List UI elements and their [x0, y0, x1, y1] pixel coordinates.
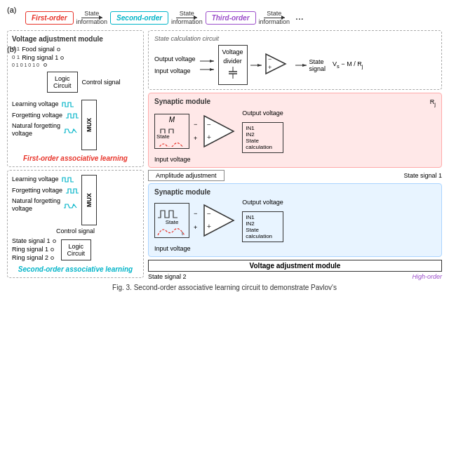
capacitor-symbol [226, 67, 240, 81]
food-bits: 0 1 [12, 46, 20, 52]
ring-bits: 0 1 [12, 55, 20, 60]
state-curve-2: t [156, 225, 187, 237]
voltage-labels: Output voltage Input voltage [154, 55, 196, 75]
learning-waveform [61, 100, 76, 108]
extra-bits: 0 1 0 1 0 1 0 [12, 62, 39, 67]
output-voltage: Output voltage [154, 55, 196, 64]
svg-marker-9 [257, 64, 262, 67]
forgetting-waveform [65, 111, 80, 119]
voltages-list-bottom: Learning voltage Forgetting voltage [12, 175, 80, 225]
logic-circuit-box-bottom: Logic Circuit [61, 239, 92, 260]
learning-voltage-row-2: Learning voltage [12, 175, 80, 183]
learning-voltage-label-2: Learning voltage [12, 176, 59, 183]
figure-caption: Fig. 3. Second-order associative learnin… [7, 283, 442, 293]
opamp-output-line [295, 63, 307, 67]
svg-marker-14 [302, 64, 307, 67]
svg-text:−: − [268, 55, 272, 62]
svg-text:−: − [207, 210, 211, 218]
vam-2-label: Voltage adjustment module [148, 260, 442, 272]
natural-forgetting-waveform-2 [62, 201, 78, 209]
divider-lines [200, 59, 214, 72]
state-calc-title: State calculation circuit [154, 35, 436, 42]
voltage-divider-label: Voltage [222, 48, 243, 57]
state-calc-label-2: Statecalculation [246, 227, 280, 239]
memristor-waveform-2 [156, 205, 187, 218]
forgetting-voltage-label: Forgetting voltage [12, 112, 62, 119]
formula-vs: Vs − [333, 60, 345, 67]
in1-label: IN1 [246, 125, 280, 131]
second-order-panel: Learning voltage Forgetting voltage [7, 170, 144, 278]
seq-text-3a: State [267, 10, 281, 18]
extra-bits-row: 0 1 0 1 0 1 0 [12, 62, 139, 67]
opamp-symbol: − + [264, 51, 293, 79]
syn-inner-1: M State t [154, 110, 436, 153]
state-label-2-wrap: State [166, 219, 179, 225]
voltage-adjustment-module-top: Voltage adjustment module 0 1 Food signa… [7, 30, 144, 167]
synaptic-title-1: Synaptic module [154, 98, 210, 105]
svg-marker-3 [210, 68, 214, 71]
extra-circle [43, 63, 47, 67]
opamp-large-2: − + [201, 202, 238, 239]
mux-box-bottom: MUX [81, 175, 97, 225]
natural-forgetting-waveform [62, 126, 78, 134]
bottom-signals: State signal 1 Ring signal 1 Ring signal… [12, 237, 139, 263]
synaptic-module-1: Synaptic module Rj M State [148, 93, 442, 168]
seq-arrow-1: State information [76, 10, 108, 26]
ring-signal-1-row: Ring signal 1 [12, 246, 58, 253]
state-signal-1-label: State signal 1 [403, 172, 442, 179]
mux-section-top: Learning voltage Forgetting voltage [12, 100, 139, 150]
in1-label-2: IN1 [246, 214, 280, 220]
memristor-box-2: State t [154, 203, 189, 238]
seq-second-order: Second-order [110, 11, 168, 25]
learning-voltage-row: Learning voltage [12, 100, 80, 108]
control-signal-label-top: Control signal [82, 79, 121, 86]
input-voltage: Input voltage [154, 67, 196, 76]
main-diagram: Voltage adjustment module 0 1 Food signa… [7, 30, 442, 280]
state-calc-small-2: IN1 IN2 Statecalculation [242, 211, 283, 242]
second-order-label: Second-order associative learning [12, 265, 139, 273]
state-label-2: State [166, 219, 179, 225]
seq-text-3b: information [259, 18, 290, 26]
learning-waveform-2 [61, 175, 76, 183]
bottom-labels: State signal 2 High-order [148, 273, 442, 280]
seq-dots: ··· [295, 13, 304, 24]
output-voltage-label-1: Output voltage [242, 110, 283, 117]
input-voltage-label-2: Input voltage [154, 245, 191, 252]
right-panels: State calculation circuit Output voltage… [148, 30, 442, 280]
state-signal-row: State signal 1 [12, 237, 58, 244]
memristor-box-1: M State t [154, 114, 189, 149]
ring-signal-row: 0 1 Ring signal 1 [12, 54, 139, 61]
food-signal-row: 0 1 Food signal [12, 46, 139, 53]
seq-arrow-3: State information [259, 10, 290, 26]
mux-section-bottom: Learning voltage Forgetting voltage [12, 175, 139, 225]
food-circle [57, 48, 60, 51]
input-line [200, 67, 214, 72]
output-line [200, 59, 214, 63]
state-calc-small-1: IN1 IN2 Statecalculation [242, 122, 283, 153]
left-panels: Voltage adjustment module 0 1 Food signa… [7, 30, 144, 280]
ring-label: Ring signal 1 [22, 54, 58, 61]
input-voltage-row-2: Input voltage [154, 245, 436, 252]
memristor-waveform-1 [156, 124, 187, 133]
logic-label-1: Logic [67, 243, 86, 250]
part-a-label: (a) [7, 6, 16, 14]
food-label: Food signal [22, 46, 55, 53]
svg-text:t: t [182, 231, 183, 236]
seq-text-2a: State [180, 10, 194, 18]
svg-text:−: − [207, 121, 211, 128]
syn-labels-2: − + [194, 210, 197, 231]
divider-label: divider [222, 57, 243, 66]
logic-circuit-label-top: Logic [53, 75, 72, 82]
forgetting-voltage-label-2: Forgetting voltage [12, 187, 62, 194]
ring-signal-1-circle [51, 248, 54, 251]
synaptic-title-2: Synaptic module [154, 188, 436, 196]
state-signal-2-label: State signal 2 [148, 273, 187, 280]
in2-label: IN2 [246, 131, 280, 138]
forgetting-waveform-2 [65, 186, 80, 194]
natural-forgetting-label-2: Natural forgettingvoltage [12, 197, 60, 213]
state-t-labels-1: State [156, 133, 187, 140]
input-voltage-row-1: Input voltage [154, 156, 436, 163]
input-voltage-label-1: Input voltage [154, 156, 191, 163]
opamp-large-1: − + [201, 113, 238, 150]
minus-label-1: − [194, 121, 197, 128]
